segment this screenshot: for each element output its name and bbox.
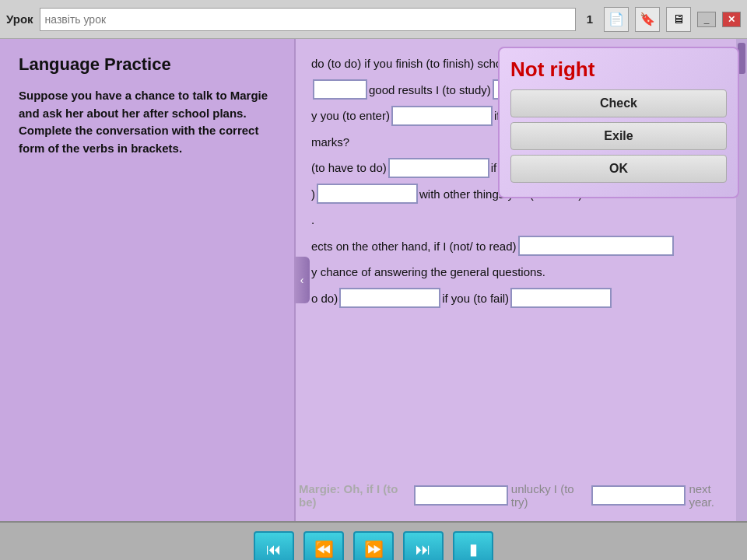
line-10-text-a: o do) [311,286,338,311]
exile-button[interactable]: Exile [510,122,727,150]
line-2-text-b: good results I (to study) [369,78,491,103]
answer-10[interactable] [591,485,686,506]
line-7-text: . [311,208,314,233]
answer-9[interactable] [414,485,508,506]
right-panel: Not right Check Exile OK do (to do) if y… [296,39,747,521]
back-button[interactable]: ⏪ [303,531,344,560]
exercise-line-8: ects on the other hand, if I (not/ to re… [311,234,731,259]
answer-8[interactable] [510,288,612,308]
bottom-bar: ⏮ ⏪ ⏩ ⏭ ▮ [0,521,747,560]
feedback-box: Not right Check Exile OK [498,47,739,198]
line-10-text-b: if you (to fail) [442,286,509,311]
margie-line: Margie: Oh, if I (to be) unlucky I (to t… [296,482,736,509]
top-bar: Урок 1 📄 🔖 🖥 _ ✕ [0,0,747,39]
answer-5[interactable] [317,184,418,204]
margie-text-b: unlucky I (to try) [511,482,588,509]
close-btn[interactable]: ✕ [722,12,741,27]
document-icon-btn[interactable]: 📄 [604,7,629,32]
feedback-status: Not right [510,58,727,82]
minimize-btn[interactable]: _ [697,12,716,27]
lesson-label: Урок [6,12,33,26]
check-button[interactable]: Check [510,89,727,117]
page-number: 1 [582,12,598,26]
line-8-text-a: ects on the other hand, if I (not/ to re… [311,234,517,259]
margie-label: Margie: Oh, if I (to be) [299,482,411,509]
ok-button[interactable]: OK [510,155,727,183]
skip-back-button[interactable]: ⏮ [254,531,294,560]
stop-button[interactable]: ▮ [453,531,493,560]
answer-7[interactable] [339,288,440,308]
left-panel-heading: Language Practice [19,54,279,75]
exercise-line-9: y chance of answering the general questi… [311,260,731,285]
collapse-handle[interactable]: ‹ [294,257,310,303]
answer-3[interactable] [391,106,493,126]
left-panel-body: Suppose you have a chance to talk to Mar… [19,87,279,157]
answer-1[interactable] [313,79,367,100]
skip-forward-button[interactable]: ⏭ [403,531,444,560]
line-9-text: y chance of answering the general questi… [311,260,545,285]
answer-4[interactable] [388,158,489,178]
exercise-line-10: o do) if you (to fail) [311,286,731,311]
main-area: Language Practice Suppose you have a cha… [0,39,747,521]
line-5-text-a: (to have to do) [311,156,387,180]
forward-button[interactable]: ⏩ [353,531,394,560]
line-1-text: do (to do) if you finish (to finish) sch… [311,51,517,76]
margie-text-c: next year. [689,482,736,509]
answer-6[interactable] [518,236,674,256]
line-3-text-a: y you (to enter) [311,103,390,128]
line-6-text-a: ) [311,182,315,207]
left-panel: Language Practice Suppose you have a cha… [0,39,296,521]
line-4-text: marks? [311,130,349,155]
help-icon-btn[interactable]: 🖥 [666,7,691,32]
exercise-line-7: . [311,208,731,233]
bookmark-icon-btn[interactable]: 🔖 [635,7,660,32]
lesson-title-input[interactable] [40,8,576,31]
